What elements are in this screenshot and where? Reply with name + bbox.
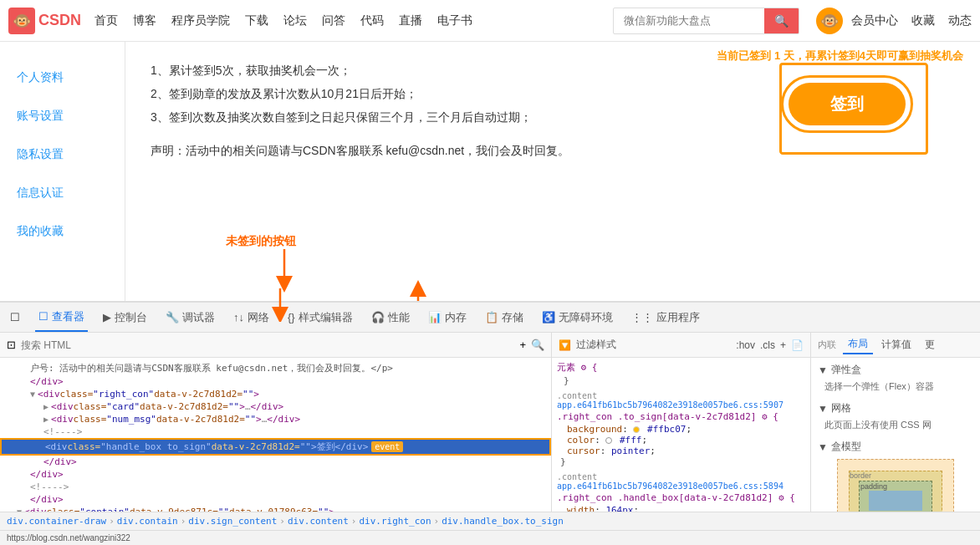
nav-link-问答[interactable]: 问答 — [322, 13, 345, 28]
devtools-tab-debugger[interactable]: 🔧 调试器 — [162, 303, 218, 332]
search-button[interactable]: 🔍 — [764, 8, 799, 33]
html-line[interactable]: ▶ <div class="card" data-v-2c7d81d2=""> … — [0, 400, 551, 413]
html-line[interactable]: ▶ <div class="num_msg" data-v-2c7d81d2="… — [0, 413, 551, 425]
chevron-down-icon2: ▼ — [818, 403, 828, 415]
html-content: 户号: 活动中的相关问题请与CSDN客服联系 kefu@csdn.net，我们会… — [0, 358, 551, 512]
breadcrumb-item[interactable]: div.sign_content — [188, 516, 277, 527]
devtools-tab-performance[interactable]: 🎧 性能 — [368, 303, 413, 332]
html-line[interactable]: </div> — [0, 375, 551, 388]
grid-section: ▼ 网格 此页面上没有使用 CSS 网 — [818, 401, 973, 431]
breadcrumb-separator: › — [279, 516, 285, 527]
color-swatch-white[interactable] — [605, 437, 612, 444]
layout-toolbar: 内联 布局 计算值 更 — [811, 333, 980, 358]
breadcrumb-item[interactable]: div.content — [288, 516, 349, 527]
nav-link-博客[interactable]: 博客 — [133, 13, 156, 28]
grid-header[interactable]: ▼ 网格 — [818, 401, 973, 415]
devtools-tab-style-editor[interactable]: {} 样式编辑器 — [284, 303, 356, 332]
add-node-icon[interactable]: + — [519, 339, 526, 351]
logo[interactable]: 🐵 CSDN — [8, 8, 81, 34]
nav-right-link-动态[interactable]: 动态 — [948, 13, 972, 28]
breadcrumb-item[interactable]: div.contain — [117, 516, 178, 527]
nav-link-论坛[interactable]: 论坛 — [283, 13, 307, 28]
flexbox-header[interactable]: ▼ 弹性盒 — [818, 363, 973, 377]
html-toolbar: ⊡ + 🔍 — [0, 333, 551, 358]
breadcrumb: div.container-draw›div.contain›div.sign_… — [0, 512, 980, 530]
hov-label[interactable]: :hov — [736, 339, 755, 351]
memory-label: 内存 — [445, 310, 467, 325]
nav-link-程序员学院[interactable]: 程序员学院 — [171, 13, 230, 28]
a11y-icon: ♿ — [542, 311, 555, 323]
breadcrumb-item[interactable]: div.container-draw — [7, 516, 106, 527]
add-style-icon[interactable]: + — [780, 339, 786, 351]
devtools-tab-a11y[interactable]: ♿ 无障碍环境 — [538, 303, 616, 332]
css-selector: .right_con .handle_box[data-v-2c7d81d2] … — [557, 492, 805, 503]
perf-icon: 🎧 — [371, 311, 385, 323]
chevron-down-icon: ▼ — [818, 364, 828, 376]
html-line[interactable]: <!----> — [0, 425, 551, 438]
viewer-label: 查看器 — [52, 309, 84, 324]
nav-link-代码[interactable]: 代码 — [360, 13, 384, 28]
breadcrumb-item[interactable]: div.handle_box.to_sign — [442, 516, 564, 527]
html-line[interactable]: </div> — [0, 493, 551, 506]
devtools-tab-storage[interactable]: 📋 存储 — [482, 303, 527, 332]
layout-tab-computed[interactable]: 计算值 — [876, 336, 916, 354]
selected-html-line[interactable]: <div class="handle_box to_sign" data-v-2… — [0, 438, 551, 456]
nav-search[interactable]: 🔍 — [613, 8, 799, 34]
sidebar-item[interactable]: 信息认证 — [0, 174, 125, 212]
pick-element-icon[interactable]: ⊡ — [7, 339, 16, 351]
a11y-label: 无障碍环境 — [559, 310, 613, 325]
nav-right-link-会员中心[interactable]: 会员中心 — [851, 13, 898, 28]
storage-icon: 📋 — [485, 311, 498, 323]
nav-link-下载[interactable]: 下载 — [245, 13, 268, 28]
sign-button-area: 签到 — [781, 75, 913, 133]
devtools-tab-network[interactable]: ↑↓ 网络 — [230, 303, 273, 332]
layout-tab-layout[interactable]: 布局 — [843, 335, 873, 354]
devtools-tab-viewer[interactable]: ☐ 查看器 — [35, 303, 88, 332]
network-label: 网络 — [248, 310, 269, 325]
sign-button[interactable]: 签到 — [789, 83, 906, 125]
logo-icon: 🐵 — [8, 8, 35, 34]
avatar[interactable]: 🐵 — [816, 8, 843, 34]
network-icon: ↑↓ — [233, 311, 244, 323]
devtools-tab-app[interactable]: ⋮⋮ 应用程序 — [628, 303, 703, 332]
pick-icon2[interactable]: 🔍 — [531, 339, 544, 351]
html-line[interactable]: ▼ <div class="right_con" data-v-2c7d81d2… — [0, 388, 551, 400]
nav-link-电子书[interactable]: 电子书 — [437, 13, 472, 28]
sign-status: 当前已签到 1 天，再累计签到4天即可赢到抽奖机会 — [717, 48, 963, 64]
html-line[interactable]: ▼ <div class="contain" data-v-9dec871c="… — [0, 506, 551, 512]
layout-tab-more[interactable]: 更 — [920, 336, 940, 354]
css-prop: color: #fff; — [557, 435, 805, 446]
breadcrumb-separator: › — [181, 516, 186, 527]
boxmodel-header[interactable]: ▼ 盒模型 — [818, 440, 973, 454]
debugger-label: 调试器 — [182, 310, 215, 325]
nav-link-首页[interactable]: 首页 — [94, 13, 118, 28]
html-panel: ⊡ + 🔍 户号: 活动中的相关问题请与CSDN客服联系 kefu@csdn.n… — [0, 333, 552, 512]
search-input[interactable] — [614, 9, 764, 32]
sidebar-item[interactable]: 我的收藏 — [0, 212, 125, 251]
breadcrumb-item[interactable]: div.right_con — [359, 516, 431, 527]
css-selector: 元素 ⚙ { — [557, 361, 805, 374]
style-editor-icon: {} — [288, 311, 295, 323]
html-line[interactable]: <!----> — [0, 481, 551, 493]
html-line[interactable]: </div> — [0, 468, 551, 481]
sidebar-item[interactable]: 隐私设置 — [0, 135, 125, 174]
viewer-icon: ☐ — [38, 310, 48, 323]
devtools-tab-memory[interactable]: 📊 内存 — [425, 303, 470, 332]
flexbox-body: 选择一个弹性（Flex）容器 — [818, 380, 973, 393]
css-prop: background: #ffbc07; — [557, 424, 805, 435]
nav-right-link-收藏[interactable]: 收藏 — [911, 13, 935, 28]
flexbox-section: ▼ 弹性盒 选择一个弹性（Flex）容器 — [818, 363, 973, 393]
sidebar-item[interactable]: 个人资料 — [0, 59, 125, 97]
sidebar-item[interactable]: 账号设置 — [0, 97, 125, 135]
nav-link-直播[interactable]: 直播 — [399, 13, 422, 28]
html-line[interactable]: 户号: 活动中的相关问题请与CSDN客服联系 kefu@csdn.net，我们会… — [0, 361, 551, 375]
devtools-tab-console[interactable]: ▶ 控制台 — [100, 303, 151, 332]
devtools-tab-inspector[interactable]: ☐ — [7, 303, 23, 332]
html-search-input[interactable] — [21, 339, 514, 351]
statusbar-url: https://blog.csdn.net/wangzini322 — [7, 533, 130, 542]
html-line[interactable]: </div> — [0, 456, 551, 468]
color-swatch[interactable] — [633, 426, 640, 433]
cls-label[interactable]: .cls — [760, 339, 775, 351]
padding-label: padding — [860, 482, 887, 491]
copy-icon[interactable]: 📄 — [791, 339, 804, 351]
